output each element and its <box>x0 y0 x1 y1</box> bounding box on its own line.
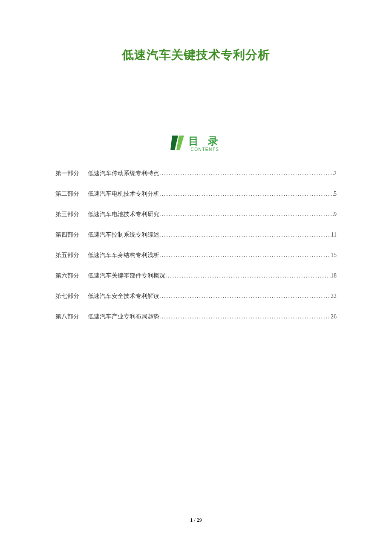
toc-part-label: 第六部分 <box>55 272 79 280</box>
toc-leader: ........................................… <box>159 231 331 238</box>
toc-desc: 低速汽车电池技术专利研究 <box>88 211 159 218</box>
toc-page-number: 15 <box>331 252 337 259</box>
toc-desc: 低速汽车安全技术专利解读 <box>88 292 159 300</box>
toc-page-number: 22 <box>331 293 337 300</box>
toc-part-label: 第八部分 <box>55 313 79 321</box>
toc-leader: ........................................… <box>159 313 331 320</box>
toc-row: 第一部分低速汽车传动系统专利特点........................… <box>55 170 337 177</box>
toc-row: 第五部分低速汽车车身结构专利浅析........................… <box>55 251 337 259</box>
toc-part-label: 第七部分 <box>55 292 79 300</box>
toc-part-label: 第四部分 <box>55 231 79 239</box>
toc-page-number: 2 <box>334 170 337 177</box>
toc-list: 第一部分低速汽车传动系统专利特点........................… <box>55 170 337 321</box>
toc-leader: ........................................… <box>165 272 331 279</box>
toc-desc: 低速汽车关键零部件专利概况 <box>88 272 165 280</box>
toc-subtitle: CONTENTS <box>190 147 219 152</box>
toc-decoration-icon <box>170 136 184 152</box>
page-total: 29 <box>197 517 202 523</box>
toc-row: 第三部分低速汽车电池技术专利研究........................… <box>55 211 337 218</box>
toc-leader: ........................................… <box>159 170 334 177</box>
toc-desc: 低速汽车产业专利布局趋势 <box>88 313 159 321</box>
toc-part-label: 第五部分 <box>55 251 79 259</box>
toc-desc: 低速汽车控制系统专利综述 <box>88 231 159 239</box>
toc-leader: ........................................… <box>159 252 331 259</box>
toc-row: 第六部分低速汽车关键零部件专利概况.......................… <box>55 272 337 280</box>
toc-title: 目 录 <box>188 136 222 146</box>
toc-page-number: 11 <box>331 231 337 238</box>
toc-part-label: 第一部分 <box>55 170 79 177</box>
toc-row: 第八部分低速汽车产业专利布局趋势........................… <box>55 313 337 321</box>
toc-row: 第七部分低速汽车安全技术专利解读........................… <box>55 292 337 300</box>
toc-leader: ........................................… <box>159 191 334 197</box>
toc-row: 第二部分低速汽车电机技术专利分析........................… <box>55 190 337 198</box>
toc-page-number: 5 <box>334 191 337 197</box>
toc-leader: ........................................… <box>159 211 334 218</box>
page-content: 低速汽车关键技术专利分析 目 录 CONTENTS 第一部分低速汽车传动系统专利… <box>0 0 392 321</box>
toc-row: 第四部分低速汽车控制系统专利综述........................… <box>55 231 337 239</box>
toc-page-number: 9 <box>334 211 337 218</box>
page-footer: 1 / 29 <box>0 517 392 523</box>
toc-header: 目 录 CONTENTS <box>55 136 337 152</box>
toc-part-label: 第二部分 <box>55 190 79 198</box>
toc-leader: ........................................… <box>159 293 331 300</box>
page-sep: / <box>193 517 196 523</box>
toc-page-number: 26 <box>331 313 337 320</box>
toc-page-number: 18 <box>331 272 337 279</box>
toc-part-label: 第三部分 <box>55 211 79 218</box>
toc-desc: 低速汽车车身结构专利浅析 <box>88 251 159 259</box>
toc-desc: 低速汽车电机技术专利分析 <box>88 190 159 198</box>
toc-desc: 低速汽车传动系统专利特点 <box>88 170 159 177</box>
toc-header-text: 目 录 CONTENTS <box>188 136 222 152</box>
document-title: 低速汽车关键技术专利分析 <box>55 47 337 63</box>
